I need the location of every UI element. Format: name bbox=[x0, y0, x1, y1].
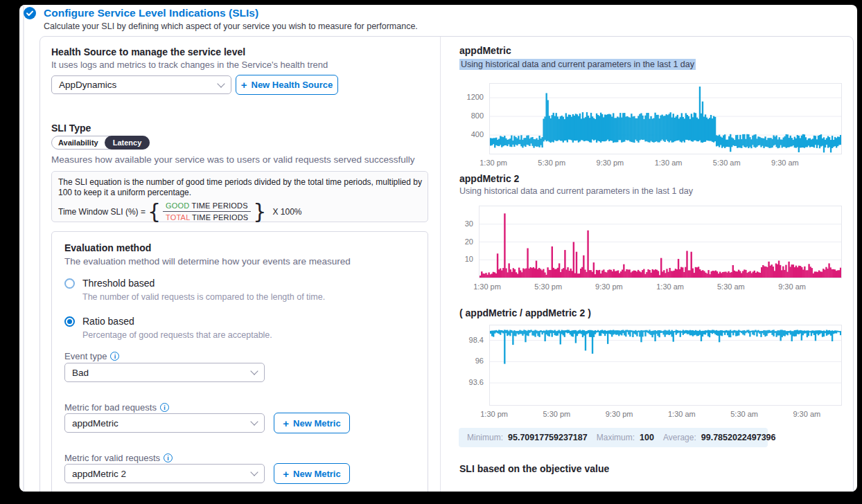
close-brace: } bbox=[251, 201, 268, 222]
plus-icon: + bbox=[283, 417, 289, 429]
chart3-title: ( appdMetric / appdMetric 2 ) bbox=[459, 307, 591, 318]
x-axis-tick-label: 1:30 pm bbox=[480, 159, 507, 167]
y-axis-tick-label: 93.6 bbox=[469, 378, 484, 386]
x-axis-tick-label: 9:30 pm bbox=[595, 282, 623, 291]
total-term: TOTAL bbox=[166, 213, 190, 222]
metric-valid-value: appdMetric 2 bbox=[72, 469, 126, 479]
y-axis-tick-label: 30 bbox=[465, 219, 473, 228]
x-axis-tick-label: 5:30 am bbox=[730, 410, 758, 418]
slo-config-page: Configure Service Level Indications (SLI… bbox=[19, 5, 857, 492]
minimum-label: Minimum: bbox=[467, 433, 503, 442]
minimum-value: 95.70917759237187 bbox=[508, 433, 588, 442]
sli-type-option-latency[interactable]: Latency bbox=[105, 136, 150, 150]
sli-type-label: SLI Type bbox=[51, 123, 91, 134]
metric-bad-value: appdMetric bbox=[72, 418, 118, 429]
event-type-label: Event type bbox=[64, 351, 107, 361]
x-axis-tick-label: 5:30 am bbox=[713, 159, 741, 167]
average-label: Average: bbox=[663, 433, 696, 442]
panel-divider bbox=[440, 37, 441, 492]
metric-valid-label-row: Metric for valid requests i bbox=[64, 453, 173, 463]
x-axis-tick-label: 1:30 am bbox=[655, 159, 683, 167]
sli-type-description: Measures how available your service was … bbox=[51, 154, 414, 165]
y-axis-tick-label: 96 bbox=[475, 357, 484, 365]
event-type-label-row: Event type i bbox=[64, 351, 119, 361]
denominator-rest: TIME PERIODS bbox=[190, 213, 248, 222]
info-icon[interactable]: i bbox=[110, 352, 119, 361]
chevron-down-icon bbox=[250, 417, 258, 425]
metric-bad-select[interactable]: appdMetric bbox=[64, 413, 265, 433]
page-title: Configure Service Level Indications (SLI… bbox=[44, 7, 258, 19]
x-axis-tick-label: 9:30 am bbox=[778, 282, 806, 291]
threshold-based-description: The number of valid requests is compared… bbox=[82, 292, 325, 302]
chart1-y-axis: 4008001200 bbox=[453, 83, 484, 153]
equation-rhs: X 100% bbox=[272, 207, 301, 217]
screenshot-root: { "header": { "title": "Configure Servic… bbox=[0, 0, 862, 504]
plus-icon: + bbox=[241, 79, 247, 91]
open-brace: { bbox=[146, 201, 163, 222]
x-axis-tick-label: 5:30 am bbox=[717, 282, 745, 291]
x-axis-tick-label: 9:30 am bbox=[771, 159, 799, 167]
info-icon[interactable]: i bbox=[164, 453, 173, 462]
chart2-title: appdMetric 2 bbox=[459, 173, 519, 184]
evaluation-method-box: Evaluation method The evaluation method … bbox=[51, 231, 428, 492]
maximum-value: 100 bbox=[640, 433, 654, 442]
ratio-based-label[interactable]: Ratio based bbox=[82, 316, 134, 327]
y-axis-tick-label: 800 bbox=[471, 111, 484, 120]
ratio-chart-plot bbox=[489, 325, 842, 406]
health-source-value: AppDynamics bbox=[59, 80, 116, 90]
chevron-down-icon bbox=[250, 367, 258, 375]
chevron-down-icon bbox=[217, 80, 225, 87]
x-axis-tick-label: 5:30 pm bbox=[534, 282, 562, 291]
y-axis-tick-label: 98.4 bbox=[469, 336, 484, 344]
chart3-x-axis: 1:30 pm5:30 pm9:30 pm1:30 am5:30 am9:30 … bbox=[489, 407, 841, 417]
maximum-label: Maximum: bbox=[597, 433, 635, 442]
x-axis-tick-label: 1:30 am bbox=[656, 282, 684, 291]
chart2-y-axis: 102030 bbox=[448, 206, 473, 277]
sli-equation-description: The SLI equation is the number of good t… bbox=[58, 177, 423, 198]
new-metric-label: New Metric bbox=[293, 418, 341, 429]
x-axis-tick-label: 5:30 pm bbox=[538, 159, 565, 167]
evaluation-method-title: Evaluation method bbox=[64, 242, 151, 253]
y-axis-tick-label: 1200 bbox=[467, 93, 484, 101]
metric-valid-label: Metric for valid requests bbox=[64, 453, 160, 463]
info-icon[interactable]: i bbox=[160, 403, 169, 412]
metric-bad-label-row: Metric for bad requests i bbox=[64, 402, 169, 413]
y-axis-tick-label: 20 bbox=[465, 237, 473, 246]
new-metric-button-bad[interactable]: + New Metric bbox=[274, 413, 350, 433]
event-type-value: Bad bbox=[72, 368, 89, 378]
threshold-based-radio[interactable] bbox=[64, 278, 75, 289]
chart2-x-axis: 1:30 pm5:30 pm9:30 pm1:30 am5:30 am9:30 … bbox=[479, 280, 841, 289]
sli-type-option-availability[interactable]: Availability bbox=[52, 138, 105, 147]
numerator-rest: TIME PERIODS bbox=[189, 201, 247, 210]
chart1-title: appdMetric bbox=[459, 45, 511, 56]
chart2-subtitle: Using historical data and current parame… bbox=[459, 186, 693, 196]
appdmetric2-chart-plot bbox=[479, 206, 842, 278]
health-source-help: It uses logs and metrics to track change… bbox=[51, 60, 328, 70]
x-axis-tick-label: 9:30 am bbox=[793, 410, 820, 418]
equation-fraction: GOOD TIME PERIODS TOTAL TIME PERIODS bbox=[163, 201, 251, 222]
new-metric-button-valid[interactable]: + New Metric bbox=[274, 463, 350, 484]
x-axis-tick-label: 1:30 pm bbox=[480, 410, 508, 418]
evaluation-method-subtitle: The evaluation method will determine how… bbox=[64, 256, 351, 267]
sli-configuration-panel: Health Source to manage the service leve… bbox=[39, 36, 854, 492]
sli-equation-box: The SLI equation is the number of good t… bbox=[51, 171, 428, 222]
x-axis-tick-label: 9:30 pm bbox=[597, 159, 624, 167]
health-source-label: Health Source to manage the service leve… bbox=[51, 46, 245, 57]
sli-type-toggle: Availability Latency bbox=[51, 136, 150, 150]
ratio-based-radio[interactable] bbox=[64, 316, 75, 327]
wizard-step-connector bbox=[23, 5, 24, 492]
ratio-stats-bar: Minimum: 95.70917759237187 Maximum: 100 … bbox=[459, 428, 768, 447]
health-source-select[interactable]: AppDynamics bbox=[51, 75, 231, 94]
chevron-down-icon bbox=[250, 468, 258, 476]
step-complete-check-icon bbox=[24, 7, 36, 19]
appdmetric-chart-plot bbox=[489, 83, 842, 154]
good-term: GOOD bbox=[166, 201, 189, 210]
threshold-based-label[interactable]: Threshold based bbox=[82, 278, 155, 289]
event-type-select[interactable]: Bad bbox=[64, 363, 265, 382]
plus-icon: + bbox=[283, 468, 289, 480]
sli-objective-heading: SLI based on the objective value bbox=[459, 463, 609, 474]
new-health-source-button[interactable]: + New Health Source bbox=[236, 75, 338, 95]
new-metric-label: New Metric bbox=[293, 469, 341, 479]
metric-valid-select[interactable]: appdMetric 2 bbox=[64, 464, 265, 483]
x-axis-tick-label: 1:30 am bbox=[668, 410, 696, 418]
